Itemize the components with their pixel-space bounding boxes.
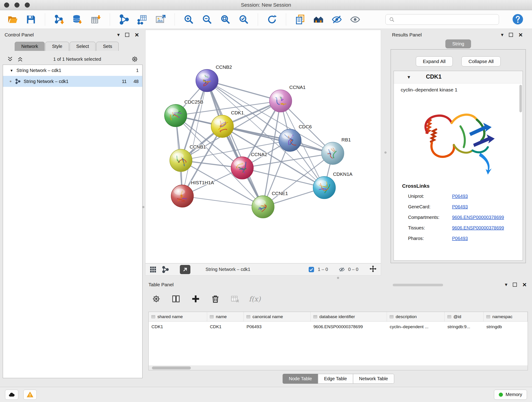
table-panel-float-button[interactable] [513, 283, 517, 287]
gear-icon[interactable] [151, 293, 162, 304]
gene-card-header[interactable]: ▼ CDK1 [394, 71, 523, 83]
import-network-icon[interactable] [53, 13, 65, 26]
open-icon[interactable] [6, 13, 19, 26]
network-node-CCNA1[interactable]: CCNA1 [269, 85, 306, 112]
horizontal-splitter-handle[interactable] [337, 277, 339, 279]
tissues-link[interactable]: 9606.ENSP00000378699 [452, 225, 504, 230]
zoom-in-icon[interactable] [183, 13, 195, 26]
network-node-CDK1[interactable]: CDK1 [211, 110, 244, 138]
network-edge-HIST1H1A-CCNE1[interactable] [182, 196, 263, 207]
gene-card-expander-icon[interactable]: ▼ [407, 75, 411, 80]
birds-eye-view-icon[interactable] [149, 266, 157, 274]
cell-id[interactable]: stringdb:9... [445, 322, 484, 332]
column-header-database-identifier[interactable]: database identifier [311, 312, 387, 321]
cell-canonical-name[interactable]: P06493 [244, 322, 311, 332]
expand-all-networks-icon[interactable] [7, 56, 13, 62]
hidden-eye-slash-icon[interactable] [339, 266, 345, 273]
column-header-name[interactable]: name [207, 312, 244, 321]
cloud-button[interactable] [5, 390, 18, 400]
trash-icon[interactable] [210, 293, 221, 304]
tab-network-table[interactable]: Network Table [353, 374, 394, 384]
network-node-CCNB2[interactable]: CCNB2 [196, 64, 232, 92]
tab-edge-table[interactable]: Edge Table [318, 374, 353, 384]
network-options-gear-icon[interactable] [131, 56, 138, 63]
help-button[interactable] [511, 13, 524, 26]
column-header-shared-name[interactable]: shared name [149, 312, 207, 321]
selected-checkbox-icon[interactable] [308, 266, 315, 273]
home-icon[interactable] [312, 13, 325, 26]
import-table-icon[interactable] [89, 13, 102, 26]
import-database-icon[interactable] [71, 13, 84, 26]
column-header-description[interactable]: description [387, 312, 445, 321]
control-panel-menu-button[interactable]: ▾ [117, 32, 120, 37]
tab-select[interactable]: Select [70, 42, 96, 51]
network-table-icon[interactable] [136, 13, 148, 26]
show-annotations-icon[interactable] [349, 13, 361, 26]
window-close-button[interactable] [4, 2, 9, 7]
cell-namespace[interactable]: stringdb [484, 322, 528, 332]
hide-annotations-icon[interactable] [331, 13, 343, 26]
network-node-CCNB1[interactable]: CCNB1 [170, 144, 206, 172]
cell-name[interactable]: CDK1 [207, 322, 244, 332]
network-row[interactable]: ● String Network – cdk1 11 48 [3, 76, 142, 87]
search-box[interactable] [385, 14, 499, 25]
network-node-RB1[interactable]: RB1 [322, 137, 351, 165]
image-export-icon[interactable] [154, 13, 167, 26]
table-horizontal-scrollbar[interactable] [149, 366, 528, 370]
collapse-all-networks-icon[interactable] [17, 56, 23, 62]
table-delete-icon[interactable] [230, 293, 241, 304]
uniprot-link[interactable]: P06493 [452, 194, 468, 199]
window-zoom-button[interactable] [25, 2, 30, 7]
cell-description[interactable]: cyclin–dependent ... [387, 322, 445, 332]
network-node-CDKN1A[interactable]: CDKN1A [313, 172, 353, 199]
right-splitter-handle[interactable] [385, 152, 386, 153]
fit-content-move-icon[interactable] [369, 265, 377, 273]
tree-expander-icon[interactable]: ▼ [10, 69, 13, 72]
table-row[interactable]: CDK1 CDK1 P06493 9606.ENSP00000378699 cy… [149, 322, 528, 332]
table-panel-menu-button[interactable]: ▾ [505, 282, 507, 287]
results-panel-close-button[interactable]: × [519, 32, 523, 38]
collapse-all-button[interactable]: Collapse All [462, 56, 501, 66]
genecard-link[interactable]: P06493 [452, 204, 468, 210]
network-node-HIST1H1A[interactable]: HIST1H1A [171, 180, 214, 207]
save-icon[interactable] [25, 13, 37, 26]
table-scrollbar-thumb[interactable] [152, 366, 191, 370]
network-edge-CCNB2-CCNE1[interactable] [207, 81, 263, 207]
tab-sets[interactable]: Sets [96, 42, 119, 51]
results-panel-float-button[interactable] [509, 33, 513, 37]
tab-style[interactable]: Style [45, 42, 69, 51]
control-panel-float-button[interactable] [125, 33, 129, 37]
columns-icon[interactable] [171, 293, 181, 304]
zoom-selected-icon[interactable] [238, 13, 250, 26]
warnings-button[interactable] [23, 390, 37, 400]
export-view-button[interactable] [180, 265, 190, 274]
network-canvas[interactable]: CCNB2CCNA1CDC25BCDK1CDC6RB1CCNB1CCNA2CDK… [146, 30, 381, 263]
memory-button[interactable]: Memory [494, 390, 527, 400]
network-edge-CDK1-RB1[interactable] [222, 126, 333, 153]
fx-function-button[interactable]: f(x) [249, 293, 260, 304]
tab-network[interactable]: Network [15, 42, 45, 51]
results-vertical-scrollbar[interactable] [519, 85, 522, 112]
table-panel-close-button[interactable]: × [522, 281, 526, 288]
zoom-fit-icon[interactable] [219, 13, 232, 26]
network-node-CDC25B[interactable]: CDC25B [165, 99, 203, 127]
network-share-icon[interactable] [162, 266, 169, 274]
refresh-icon[interactable] [266, 13, 278, 26]
column-header-canonical-name[interactable]: canonical name [244, 312, 311, 321]
zoom-out-icon[interactable] [201, 13, 213, 26]
left-splitter-handle[interactable] [142, 206, 144, 208]
window-minimize-button[interactable] [14, 2, 19, 7]
search-input[interactable] [397, 17, 496, 22]
tab-string[interactable]: String [445, 39, 471, 48]
expand-all-button[interactable]: Expand All [416, 56, 453, 66]
column-header-namespace[interactable]: namespac [484, 312, 528, 321]
network-collection-row[interactable]: ▼ String Network – cdk1 1 [3, 65, 142, 76]
pharos-link[interactable]: P06493 [452, 236, 468, 241]
cell-shared-name[interactable]: CDK1 [149, 322, 207, 332]
column-header-id[interactable]: @id [445, 312, 484, 321]
results-panel-menu-button[interactable]: ▾ [501, 32, 503, 37]
cell-database-identifier[interactable]: 9606.ENSP00000378699 [311, 322, 387, 332]
network-share-icon[interactable] [118, 13, 130, 26]
control-panel-close-button[interactable]: × [135, 32, 139, 38]
network-edge-CCNB2-HIST1H1A[interactable] [182, 81, 207, 196]
